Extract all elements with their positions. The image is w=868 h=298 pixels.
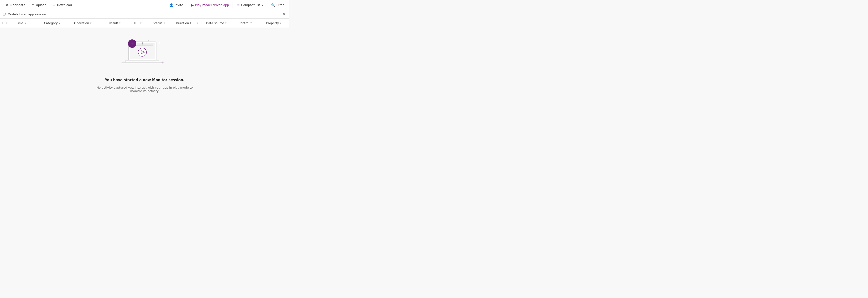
col-header-category[interactable]: Category ∨ bbox=[42, 19, 72, 28]
invite-button[interactable]: 👤 Invite bbox=[167, 2, 186, 8]
compact-list-icon: ≡ bbox=[237, 3, 240, 7]
col-duration-chevron-icon: ∨ bbox=[197, 22, 198, 24]
col-header-id[interactable]: I.. ∨ bbox=[0, 19, 14, 28]
download-icon: ↓ bbox=[53, 3, 56, 7]
col-header-control[interactable]: Control ∨ bbox=[236, 19, 264, 28]
col-id-chevron-icon: ∨ bbox=[6, 22, 8, 24]
upload-button[interactable]: ↑ Upload bbox=[29, 2, 49, 8]
col-control-chevron-icon: ∨ bbox=[250, 22, 252, 24]
compact-list-button[interactable]: ≡ Compact list ∨ bbox=[234, 2, 267, 8]
clear-data-button[interactable]: ✕ Clear data bbox=[3, 2, 28, 8]
col-header-result[interactable]: Result ∨ bbox=[106, 19, 132, 28]
filter-label: Filter bbox=[276, 3, 284, 7]
empty-state-subtitle: No activity captured yet. Interact with … bbox=[96, 86, 193, 93]
clear-data-label: Clear data bbox=[10, 3, 25, 7]
compact-list-chevron-icon: ∨ bbox=[261, 3, 264, 7]
col-time-chevron-icon: ∨ bbox=[25, 22, 26, 24]
column-headers: I.. ∨ Time ∨ Category ∨ Operation ∨ Resu… bbox=[0, 19, 289, 28]
small-plus-icon: + bbox=[161, 60, 164, 65]
toolbar: ✕ Clear data ↑ Upload ↓ Download 👤 Invit… bbox=[0, 0, 289, 10]
laptop-svg: + / / bbox=[122, 37, 163, 70]
invite-label: Invite bbox=[175, 3, 183, 7]
col-header-r[interactable]: R... ∨ bbox=[132, 19, 151, 28]
download-button[interactable]: ↓ Download bbox=[50, 2, 74, 8]
col-r-chevron-icon: ∨ bbox=[140, 22, 142, 24]
col-header-operation[interactable]: Operation ∨ bbox=[72, 19, 106, 28]
svg-rect-7 bbox=[136, 45, 153, 46]
filter-icon: 🔍 bbox=[271, 3, 275, 7]
decorative-dot bbox=[142, 42, 143, 45]
toolbar-left: ✕ Clear data ↑ Upload ↓ Download bbox=[3, 2, 167, 8]
svg-rect-12 bbox=[122, 62, 163, 63]
col-header-time[interactable]: Time ∨ bbox=[14, 19, 42, 28]
empty-state: + + / / bbox=[96, 37, 193, 93]
play-app-label: Play model-driven app bbox=[195, 3, 229, 7]
main-content: + + / / bbox=[0, 28, 289, 102]
col-time-label: Time bbox=[16, 21, 24, 25]
session-label: Model-driven app session bbox=[8, 12, 46, 16]
col-header-datasource[interactable]: Data source ∨ bbox=[204, 19, 236, 28]
col-category-chevron-icon: ∨ bbox=[59, 22, 60, 24]
upload-icon: ↑ bbox=[32, 3, 34, 7]
col-category-label: Category bbox=[44, 21, 58, 25]
play-model-driven-app-button[interactable]: ▶ Play model-driven app bbox=[188, 2, 232, 8]
col-result-label: Result bbox=[109, 21, 118, 25]
svg-point-8 bbox=[138, 48, 147, 56]
col-property-label: Property bbox=[266, 21, 279, 25]
col-datasource-label: Data source bbox=[206, 21, 224, 25]
col-property-chevron-icon: ∨ bbox=[280, 22, 281, 24]
empty-state-title: You have started a new Monitor session. bbox=[105, 78, 184, 82]
compact-list-label: Compact list bbox=[241, 3, 260, 7]
empty-state-illustration: + + / / bbox=[122, 37, 168, 72]
col-id-label: I.. bbox=[2, 21, 5, 25]
col-header-status[interactable]: Status ∨ bbox=[151, 19, 174, 28]
col-datasource-chevron-icon: ∨ bbox=[225, 22, 227, 24]
invite-icon: 👤 bbox=[169, 3, 174, 7]
plus-circle-icon: + bbox=[128, 39, 136, 48]
col-header-property[interactable]: Property ∨ bbox=[264, 19, 289, 28]
close-session-button[interactable]: ✕ bbox=[282, 11, 286, 18]
col-result-chevron-icon: ∨ bbox=[119, 22, 121, 24]
svg-text:+: + bbox=[159, 41, 161, 45]
clear-icon: ✕ bbox=[5, 3, 8, 7]
col-control-label: Control bbox=[239, 21, 249, 25]
col-status-chevron-icon: ∨ bbox=[163, 22, 165, 24]
play-icon: ▶ bbox=[191, 3, 194, 7]
col-header-duration[interactable]: Duration (..… ∨ bbox=[174, 19, 204, 28]
col-status-label: Status bbox=[153, 21, 162, 25]
toolbar-right: 👤 Invite ▶ Play model-driven app ≡ Compa… bbox=[167, 2, 286, 8]
col-operation-chevron-icon: ∨ bbox=[90, 22, 92, 24]
upload-label: Upload bbox=[36, 3, 46, 7]
info-icon: ⓘ bbox=[3, 12, 6, 17]
col-r-label: R... bbox=[134, 21, 139, 25]
session-bar: ⓘ Model-driven app session ✕ bbox=[0, 10, 289, 19]
col-duration-label: Duration (..… bbox=[176, 21, 196, 25]
filter-button[interactable]: 🔍 Filter bbox=[268, 2, 286, 8]
download-label: Download bbox=[57, 3, 72, 7]
col-operation-label: Operation bbox=[74, 21, 89, 25]
